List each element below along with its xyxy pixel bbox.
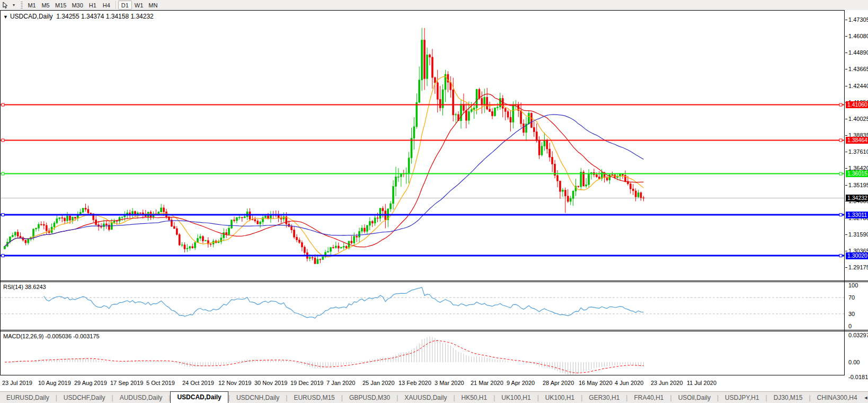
tab-audusd-daily[interactable]: AUDUSD,Daily	[113, 393, 169, 402]
price-tick-mark	[845, 168, 847, 169]
macd-axis-label: -0.018154	[848, 374, 868, 380]
date-label: 17 Sep 2019	[110, 380, 143, 386]
timeframe-group-higher: D1W1MN	[118, 1, 161, 10]
price-tick-label: 1.29175	[848, 264, 868, 270]
line-end-marker[interactable]	[2, 103, 4, 106]
main-price-chart-canvas[interactable]	[1, 11, 844, 281]
line-end-marker[interactable]	[839, 139, 842, 142]
toolbar-separator	[116, 1, 116, 9]
tab-usdcnh-daily[interactable]: USDCNH,Daily	[230, 393, 286, 402]
line-end-marker[interactable]	[2, 214, 4, 216]
price-tick-mark	[845, 135, 847, 136]
timeframe-button-W1[interactable]: W1	[132, 1, 146, 10]
date-label: 7 Jan 2020	[326, 380, 355, 386]
tab-eurusd-m15[interactable]: EURUSD,M15	[287, 393, 341, 402]
line-end-marker[interactable]	[2, 139, 4, 142]
rsi-line	[44, 287, 644, 318]
date-label: 10 Aug 2019	[38, 380, 71, 386]
price-tick-label: 1.43665	[848, 66, 868, 72]
timeframe-button-M5[interactable]: M5	[39, 1, 52, 10]
price-tick-mark	[845, 86, 847, 86]
tab-china300-h4[interactable]: CHINA300,H4	[811, 393, 864, 402]
level-price-label: 1.36015	[846, 170, 868, 177]
price-tick-mark	[845, 69, 847, 69]
tab-scroll-left-icon[interactable]: ◄	[864, 395, 868, 400]
tab-eurusd-daily[interactable]: EURUSD,Daily	[0, 393, 56, 402]
date-label: 19 Dec 2019	[290, 380, 323, 386]
tab-usdchf-daily[interactable]: USDCHF,Daily	[57, 393, 112, 402]
price-tick-mark	[845, 185, 847, 186]
price-tick-mark	[845, 267, 847, 268]
timeframe-group-minutes: M1M5M15M30H1H4	[25, 1, 113, 10]
date-label: 25 Jan 2020	[362, 380, 395, 386]
line-end-marker[interactable]	[839, 103, 842, 106]
date-label: 4 Jun 2020	[615, 380, 643, 386]
tab-xauusd-daily[interactable]: XAUUSD,Daily	[398, 393, 453, 402]
timeframe-button-M15[interactable]: M15	[52, 1, 69, 10]
line-end-marker[interactable]	[2, 172, 4, 175]
price-tick-mark	[845, 52, 847, 53]
tab-hk50-h1[interactable]: HK50,H1	[455, 393, 494, 402]
current-bid-price-label: 1.34232	[846, 195, 868, 202]
rsi-indicator-canvas[interactable]	[1, 282, 844, 330]
tab-dj30-m15[interactable]: DJ30,M15	[767, 393, 809, 402]
timeframe-button-MN[interactable]: MN	[146, 1, 160, 10]
cursor-tool-button[interactable]	[0, 1, 11, 10]
date-label: 23 Jun 2020	[651, 380, 683, 386]
price-tick-label: 1.35195	[848, 182, 868, 188]
timeframe-button-H1[interactable]: H1	[86, 1, 100, 10]
level-price-label: 1.41060	[846, 101, 868, 108]
price-tick-label: 1.31590	[848, 231, 868, 238]
tab-ger30-h1[interactable]: GER30,H1	[582, 393, 626, 402]
tab-usdjpy-h1[interactable]: USDJPY,H1	[719, 393, 765, 402]
date-label: 12 Nov 2019	[218, 380, 251, 386]
tab-gbpusd-m30[interactable]: GBPUSD,M30	[343, 393, 396, 402]
trading-platform-window: ▾ M1M5M15M30H1H4 D1W1MN ▼USDCAD,Daily 1.…	[0, 0, 868, 403]
tab-usdcad-daily[interactable]: USDCAD,Daily	[170, 391, 228, 403]
date-label: 24 Oct 2019	[182, 380, 214, 386]
price-tick-mark	[845, 234, 847, 235]
timeframe-button-H4[interactable]: H4	[100, 1, 113, 10]
toolbar-grip-handle[interactable]	[20, 2, 23, 8]
date-label: 3 Mar 2020	[435, 380, 464, 386]
pane-separator[interactable]	[0, 330, 868, 330]
timeframe-toolbar: ▾ M1M5M15M30H1H4 D1W1MN	[0, 0, 868, 10]
chart-tabs: EURUSD,Daily|USDCHF,Daily|AUDUSD,Daily|U…	[0, 392, 864, 403]
date-label: 13 Feb 2020	[398, 380, 431, 386]
rsi-axis-label: 30	[848, 311, 855, 317]
tab-fra40-h1[interactable]: FRA40,H1	[627, 393, 670, 402]
ma-fast-line	[5, 76, 643, 257]
price-tick-label: 1.37610	[848, 148, 868, 155]
ma-mid-line	[5, 94, 643, 247]
price-tick-mark	[845, 152, 847, 152]
price-tick-label: 1.40025	[848, 116, 868, 122]
price-tick-mark	[845, 36, 847, 37]
line-end-marker[interactable]	[2, 255, 4, 257]
level-price-label: 1.30020	[846, 252, 868, 259]
date-label: 9 Apr 2020	[507, 380, 535, 386]
level-price-label: 1.33011	[846, 212, 868, 218]
pane-separator[interactable]	[0, 281, 868, 281]
macd-indicator-canvas[interactable]	[1, 331, 844, 375]
rsi-axis-label: 70	[848, 294, 855, 301]
tab-uk100-h1[interactable]: UK100,H1	[495, 393, 537, 402]
tab-usoil-daily[interactable]: USOil,Daily	[672, 393, 717, 402]
cursor-pointer-icon	[2, 2, 9, 9]
timeframe-button-D1[interactable]: D1	[118, 1, 132, 10]
cursor-tool-dropdown[interactable]: ▾	[11, 1, 17, 10]
timeframe-button-M30[interactable]: M30	[69, 1, 85, 10]
macd-axis-label: 0.032972	[848, 332, 868, 338]
date-label: 23 Jul 2019	[2, 380, 32, 386]
level-price-label: 1.38464	[846, 137, 868, 144]
date-label: 5 Oct 2019	[146, 380, 175, 386]
date-label: 16 May 2020	[579, 380, 613, 386]
price-tick-label: 1.46080	[848, 33, 868, 39]
macd-signal-line	[5, 340, 643, 373]
price-tick-mark	[845, 20, 847, 20]
line-end-marker[interactable]	[839, 214, 842, 216]
tab-uk100-h1[interactable]: UK100,H1	[539, 393, 581, 402]
line-end-marker[interactable]	[839, 255, 842, 257]
line-end-marker[interactable]	[839, 172, 842, 175]
price-tick-label: 1.44890	[848, 49, 868, 56]
timeframe-button-M1[interactable]: M1	[25, 1, 39, 10]
